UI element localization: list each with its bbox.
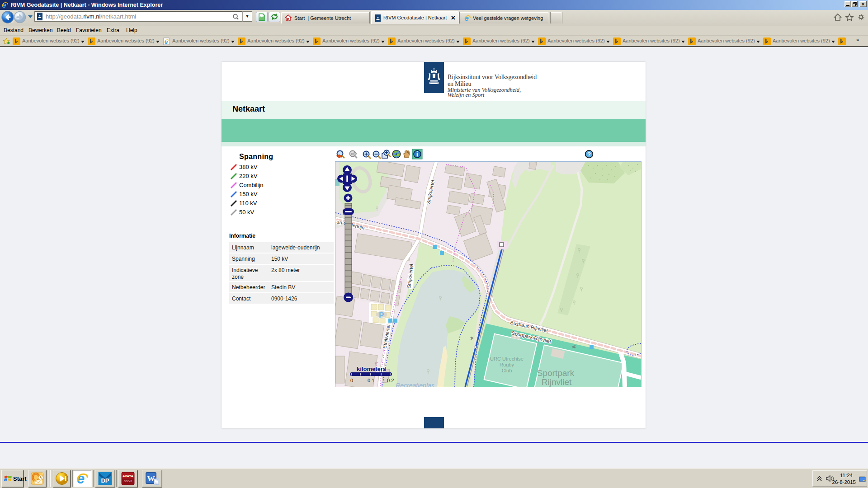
svg-text:DP: DP <box>101 477 109 484</box>
svg-text:Recreatieplas: Recreatieplas <box>396 382 434 387</box>
svg-text:kilometers: kilometers <box>357 366 386 372</box>
svg-text:Rijnvliet: Rijnvliet <box>542 377 572 387</box>
svg-text:?: ? <box>587 151 591 158</box>
svg-text:Rugby: Rugby <box>500 362 514 367</box>
svg-text:URC Utrechtse: URC Utrechtse <box>490 356 524 361</box>
svg-text:AVAYA: AVAYA <box>123 474 133 478</box>
svg-text:0: 0 <box>350 378 353 383</box>
svg-text:W: W <box>147 474 155 483</box>
svg-text:Club: Club <box>502 368 512 373</box>
svg-text:0.2: 0.2 <box>387 378 394 383</box>
svg-text:one-X: one-X <box>124 479 132 483</box>
svg-text:0.1: 0.1 <box>368 378 374 383</box>
svg-text:P: P <box>379 311 384 319</box>
svg-text:Sportpark: Sportpark <box>537 368 575 378</box>
